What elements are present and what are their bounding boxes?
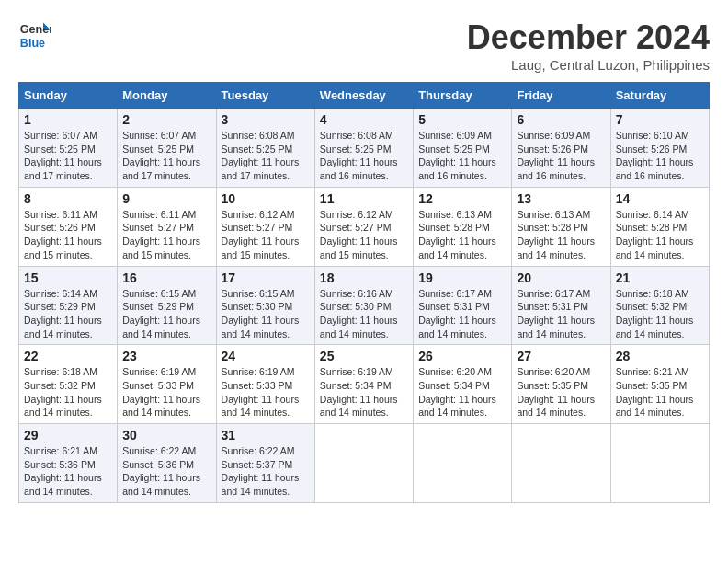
day-number: 11 bbox=[320, 191, 408, 206]
calendar-cell: 11 Sunrise: 6:12 AMSunset: 5:27 PMDaylig… bbox=[314, 187, 413, 266]
day-number: 25 bbox=[320, 349, 408, 363]
day-detail: Sunrise: 6:21 AMSunset: 5:36 PMDaylight:… bbox=[24, 445, 102, 497]
calendar-week-3: 15 Sunrise: 6:14 AMSunset: 5:29 PMDaylig… bbox=[19, 266, 710, 345]
weekday-header-wednesday: Wednesday bbox=[314, 83, 413, 109]
day-number: 2 bbox=[122, 112, 210, 127]
day-number: 10 bbox=[222, 191, 310, 206]
day-detail: Sunrise: 6:07 AMSunset: 5:25 PMDaylight:… bbox=[24, 130, 102, 181]
day-detail: Sunrise: 6:17 AMSunset: 5:31 PMDaylight:… bbox=[517, 288, 595, 339]
day-detail: Sunrise: 6:16 AMSunset: 5:30 PMDaylight:… bbox=[320, 288, 398, 339]
calendar-cell bbox=[610, 424, 709, 503]
day-number: 20 bbox=[517, 270, 605, 285]
day-number: 1 bbox=[24, 112, 112, 127]
logo-icon: General Blue bbox=[18, 18, 51, 52]
calendar-cell: 8 Sunrise: 6:11 AMSunset: 5:26 PMDayligh… bbox=[19, 187, 118, 266]
day-number: 14 bbox=[616, 191, 704, 206]
calendar-body: 1 Sunrise: 6:07 AMSunset: 5:25 PMDayligh… bbox=[19, 109, 710, 503]
calendar-cell: 29 Sunrise: 6:21 AMSunset: 5:36 PMDaylig… bbox=[19, 424, 118, 503]
calendar-cell: 1 Sunrise: 6:07 AMSunset: 5:25 PMDayligh… bbox=[19, 109, 118, 188]
calendar-cell bbox=[414, 424, 512, 503]
svg-text:Blue: Blue bbox=[20, 37, 45, 50]
day-detail: Sunrise: 6:22 AMSunset: 5:37 PMDaylight:… bbox=[222, 445, 300, 497]
day-detail: Sunrise: 6:13 AMSunset: 5:28 PMDaylight:… bbox=[418, 209, 496, 260]
calendar-cell: 19 Sunrise: 6:17 AMSunset: 5:31 PMDaylig… bbox=[414, 266, 512, 345]
day-number: 6 bbox=[517, 112, 605, 127]
day-detail: Sunrise: 6:14 AMSunset: 5:28 PMDaylight:… bbox=[616, 209, 694, 260]
weekday-header-monday: Monday bbox=[118, 83, 216, 109]
day-detail: Sunrise: 6:08 AMSunset: 5:25 PMDaylight:… bbox=[320, 130, 398, 181]
day-detail: Sunrise: 6:18 AMSunset: 5:32 PMDaylight:… bbox=[24, 366, 102, 418]
calendar-week-5: 29 Sunrise: 6:21 AMSunset: 5:36 PMDaylig… bbox=[19, 424, 710, 503]
day-detail: Sunrise: 6:09 AMSunset: 5:26 PMDaylight:… bbox=[517, 130, 595, 181]
day-number: 24 bbox=[222, 349, 310, 363]
calendar-cell: 2 Sunrise: 6:07 AMSunset: 5:25 PMDayligh… bbox=[118, 109, 216, 188]
calendar-cell: 28 Sunrise: 6:21 AMSunset: 5:35 PMDaylig… bbox=[610, 345, 709, 424]
day-detail: Sunrise: 6:15 AMSunset: 5:29 PMDaylight:… bbox=[122, 288, 200, 339]
calendar-cell: 7 Sunrise: 6:10 AMSunset: 5:26 PMDayligh… bbox=[610, 109, 709, 188]
day-detail: Sunrise: 6:11 AMSunset: 5:26 PMDaylight:… bbox=[24, 209, 102, 260]
day-detail: Sunrise: 6:09 AMSunset: 5:25 PMDaylight:… bbox=[418, 130, 496, 181]
calendar-cell: 17 Sunrise: 6:15 AMSunset: 5:30 PMDaylig… bbox=[216, 266, 314, 345]
location: Laug, Central Luzon, Philippines bbox=[467, 57, 710, 73]
day-detail: Sunrise: 6:20 AMSunset: 5:35 PMDaylight:… bbox=[517, 366, 595, 418]
day-detail: Sunrise: 6:21 AMSunset: 5:35 PMDaylight:… bbox=[616, 366, 694, 418]
day-detail: Sunrise: 6:19 AMSunset: 5:33 PMDaylight:… bbox=[122, 366, 200, 418]
day-detail: Sunrise: 6:15 AMSunset: 5:30 PMDaylight:… bbox=[222, 288, 300, 339]
day-number: 7 bbox=[616, 112, 704, 127]
calendar-cell: 26 Sunrise: 6:20 AMSunset: 5:34 PMDaylig… bbox=[414, 345, 512, 424]
calendar-cell: 10 Sunrise: 6:12 AMSunset: 5:27 PMDaylig… bbox=[216, 187, 314, 266]
day-number: 15 bbox=[24, 270, 112, 285]
calendar-cell: 25 Sunrise: 6:19 AMSunset: 5:34 PMDaylig… bbox=[314, 345, 413, 424]
calendar-cell: 18 Sunrise: 6:16 AMSunset: 5:30 PMDaylig… bbox=[314, 266, 413, 345]
day-number: 16 bbox=[122, 270, 210, 285]
month-title: December 2024 bbox=[467, 18, 710, 57]
calendar-cell: 20 Sunrise: 6:17 AMSunset: 5:31 PMDaylig… bbox=[512, 266, 610, 345]
calendar-cell: 4 Sunrise: 6:08 AMSunset: 5:25 PMDayligh… bbox=[314, 109, 413, 188]
calendar-week-4: 22 Sunrise: 6:18 AMSunset: 5:32 PMDaylig… bbox=[19, 345, 710, 424]
logo: General Blue bbox=[18, 18, 51, 52]
day-number: 8 bbox=[24, 191, 112, 206]
weekday-header-row: SundayMondayTuesdayWednesdayThursdayFrid… bbox=[19, 83, 710, 109]
day-number: 30 bbox=[122, 428, 210, 442]
day-detail: Sunrise: 6:10 AMSunset: 5:26 PMDaylight:… bbox=[616, 130, 694, 181]
day-number: 29 bbox=[24, 428, 112, 442]
weekday-header-tuesday: Tuesday bbox=[216, 83, 314, 109]
day-detail: Sunrise: 6:07 AMSunset: 5:25 PMDaylight:… bbox=[122, 130, 200, 181]
day-number: 28 bbox=[616, 349, 704, 363]
day-number: 27 bbox=[517, 349, 605, 363]
calendar-cell: 24 Sunrise: 6:19 AMSunset: 5:33 PMDaylig… bbox=[216, 345, 314, 424]
calendar-cell: 14 Sunrise: 6:14 AMSunset: 5:28 PMDaylig… bbox=[610, 187, 709, 266]
day-number: 31 bbox=[222, 428, 310, 442]
calendar-cell bbox=[314, 424, 413, 503]
day-number: 5 bbox=[418, 112, 506, 127]
calendar-cell: 3 Sunrise: 6:08 AMSunset: 5:25 PMDayligh… bbox=[216, 109, 314, 188]
day-detail: Sunrise: 6:12 AMSunset: 5:27 PMDaylight:… bbox=[222, 209, 300, 260]
day-detail: Sunrise: 6:19 AMSunset: 5:34 PMDaylight:… bbox=[320, 366, 398, 418]
day-number: 19 bbox=[418, 270, 506, 285]
weekday-header-friday: Friday bbox=[512, 83, 610, 109]
day-detail: Sunrise: 6:17 AMSunset: 5:31 PMDaylight:… bbox=[418, 288, 496, 339]
day-number: 9 bbox=[122, 191, 210, 206]
day-number: 23 bbox=[122, 349, 210, 363]
day-number: 4 bbox=[320, 112, 408, 127]
calendar-cell: 16 Sunrise: 6:15 AMSunset: 5:29 PMDaylig… bbox=[118, 266, 216, 345]
calendar-cell: 6 Sunrise: 6:09 AMSunset: 5:26 PMDayligh… bbox=[512, 109, 610, 188]
calendar-cell: 27 Sunrise: 6:20 AMSunset: 5:35 PMDaylig… bbox=[512, 345, 610, 424]
day-detail: Sunrise: 6:13 AMSunset: 5:28 PMDaylight:… bbox=[517, 209, 595, 260]
page-header: General Blue December 2024 Laug, Central… bbox=[18, 18, 710, 73]
day-detail: Sunrise: 6:20 AMSunset: 5:34 PMDaylight:… bbox=[418, 366, 496, 418]
day-number: 13 bbox=[517, 191, 605, 206]
calendar-cell bbox=[512, 424, 610, 503]
svg-text:General: General bbox=[20, 23, 51, 36]
calendar-cell: 30 Sunrise: 6:22 AMSunset: 5:36 PMDaylig… bbox=[118, 424, 216, 503]
calendar-cell: 5 Sunrise: 6:09 AMSunset: 5:25 PMDayligh… bbox=[414, 109, 512, 188]
calendar-cell: 9 Sunrise: 6:11 AMSunset: 5:27 PMDayligh… bbox=[118, 187, 216, 266]
day-number: 26 bbox=[418, 349, 506, 363]
title-block: December 2024 Laug, Central Luzon, Phili… bbox=[467, 18, 710, 73]
day-number: 12 bbox=[418, 191, 506, 206]
calendar-week-1: 1 Sunrise: 6:07 AMSunset: 5:25 PMDayligh… bbox=[19, 109, 710, 188]
calendar-cell: 12 Sunrise: 6:13 AMSunset: 5:28 PMDaylig… bbox=[414, 187, 512, 266]
calendar-cell: 15 Sunrise: 6:14 AMSunset: 5:29 PMDaylig… bbox=[19, 266, 118, 345]
weekday-header-thursday: Thursday bbox=[414, 83, 512, 109]
calendar-week-2: 8 Sunrise: 6:11 AMSunset: 5:26 PMDayligh… bbox=[19, 187, 710, 266]
